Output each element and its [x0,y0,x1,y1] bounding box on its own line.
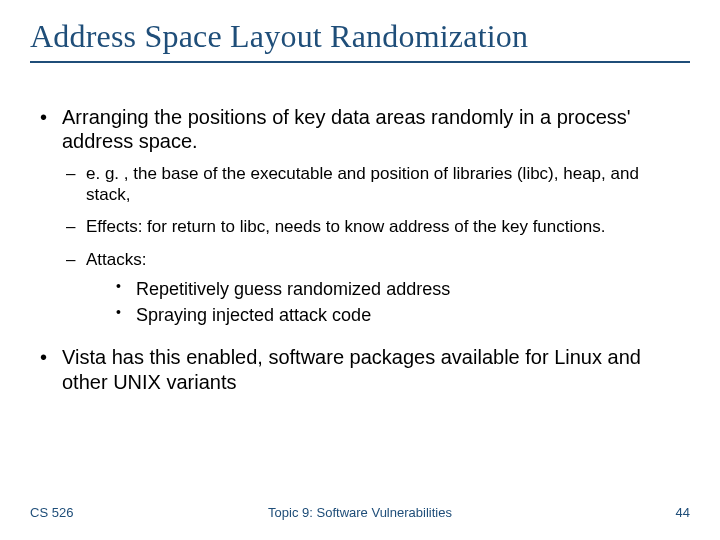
bullet-item: e. g. , the base of the executable and p… [62,164,680,205]
bullet-item: Arranging the positions of key data area… [36,105,680,327]
bullet-text: e. g. , the base of the executable and p… [86,164,639,204]
bullet-list-level3: Repetitively guess randomized address Sp… [114,277,680,328]
footer-page-number: 44 [676,505,690,520]
bullet-text: Spraying injected attack code [136,305,371,325]
bullet-text: Effects: for return to libc, needs to kn… [86,217,605,236]
bullet-item: Repetitively guess randomized address [114,277,680,301]
bullet-text: Arranging the positions of key data area… [62,106,631,152]
slide-body: Arranging the positions of key data area… [30,105,690,394]
slide-title: Address Space Layout Randomization [30,18,690,55]
bullet-text: Attacks: [86,250,146,269]
title-underline [30,61,690,63]
bullet-list-level1: Arranging the positions of key data area… [36,105,680,394]
bullet-list-level2: e. g. , the base of the executable and p… [62,164,680,328]
bullet-item: Spraying injected attack code [114,303,680,327]
bullet-item: Attacks: Repetitively guess randomized a… [62,250,680,327]
bullet-item: Vista has this enabled, software package… [36,345,680,394]
bullet-text: Vista has this enabled, software package… [62,346,641,392]
bullet-text: Repetitively guess randomized address [136,279,450,299]
slide-footer: CS 526 Topic 9: Software Vulnerabilities… [30,505,690,520]
footer-course: CS 526 [30,505,73,520]
footer-topic: Topic 9: Software Vulnerabilities [30,505,690,520]
bullet-item: Effects: for return to libc, needs to kn… [62,217,680,238]
